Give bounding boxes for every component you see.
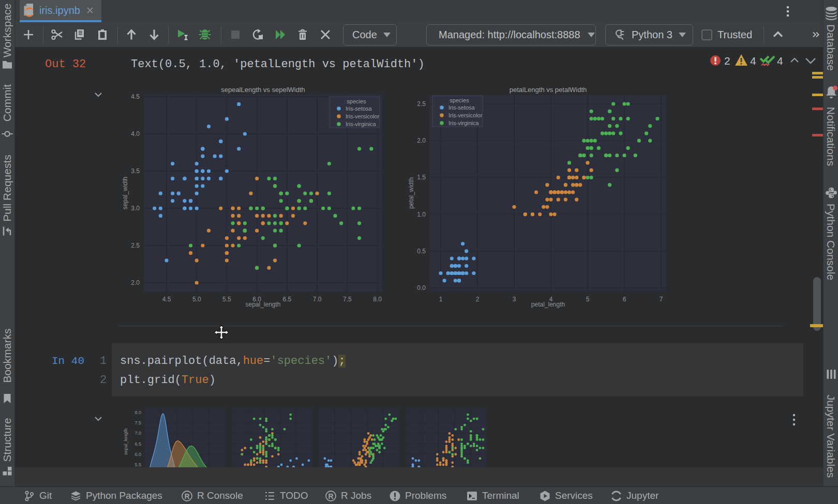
svg-text:Iris-setosa: Iris-setosa: [448, 104, 475, 111]
svg-text:6.5: 6.5: [283, 296, 292, 303]
svg-text:6: 6: [623, 296, 626, 303]
svg-text:species: species: [347, 98, 366, 104]
svg-text:7.5: 7.5: [343, 296, 352, 303]
svg-text:7.0: 7.0: [313, 296, 322, 303]
svg-text:Iris-versicolor: Iris-versicolor: [346, 113, 380, 119]
svg-text:4.5: 4.5: [131, 93, 140, 100]
svg-text:Iris-setosa: Iris-setosa: [346, 105, 372, 112]
svg-text:R: R: [328, 492, 333, 500]
svg-text:2.5: 2.5: [417, 100, 426, 108]
svg-text:Iris-versicolor: Iris-versicolor: [448, 112, 483, 118]
svg-text:5.0: 5.0: [192, 296, 201, 303]
svg-text:2.5: 2.5: [131, 242, 140, 249]
svg-text:7: 7: [660, 296, 663, 303]
svg-text:2.0: 2.0: [131, 279, 140, 286]
svg-text:petalLength vs petalWidth: petalLength vs petalWidth: [510, 86, 587, 94]
svg-text:sepal_length: sepal_length: [245, 301, 280, 308]
svg-text:petal_length: petal_length: [531, 301, 565, 308]
svg-text:5: 5: [586, 296, 590, 303]
svg-text:0.0: 0.0: [417, 284, 426, 292]
svg-text:8.0: 8.0: [373, 296, 382, 303]
svg-text:0.5: 0.5: [417, 248, 426, 255]
svg-text:1.0: 1.0: [417, 211, 426, 218]
svg-text:4.5: 4.5: [162, 296, 171, 303]
svg-text:6.0: 6.0: [134, 452, 141, 457]
svg-text:species: species: [450, 97, 469, 103]
svg-text:petal_width: petal_width: [408, 177, 415, 209]
svg-text:sepal_length: sepal_length: [123, 429, 128, 455]
svg-text:2.0: 2.0: [417, 137, 426, 144]
svg-text:3.0: 3.0: [131, 205, 140, 212]
svg-text:1: 1: [439, 296, 443, 303]
svg-text:7.0: 7.0: [134, 431, 141, 436]
svg-text:R: R: [184, 492, 189, 500]
svg-text:8.0: 8.0: [134, 410, 141, 415]
svg-text:3: 3: [513, 296, 516, 303]
svg-text:3.5: 3.5: [131, 167, 140, 175]
svg-text:sepal_width: sepal_width: [122, 177, 129, 209]
svg-text:2: 2: [476, 296, 480, 303]
svg-text:Iris-virginica: Iris-virginica: [448, 120, 480, 126]
svg-text:6.5: 6.5: [134, 441, 141, 447]
svg-text:4.0: 4.0: [131, 130, 140, 138]
svg-text:7.5: 7.5: [134, 420, 141, 425]
svg-text:1.5: 1.5: [417, 174, 426, 181]
svg-text:Iris-virginica: Iris-virginica: [346, 121, 377, 127]
svg-text:5.5: 5.5: [222, 296, 231, 303]
svg-text:5.5: 5.5: [134, 462, 141, 467]
svg-text:sepealLength vs sepelWidth: sepealLength vs sepelWidth: [221, 86, 305, 94]
